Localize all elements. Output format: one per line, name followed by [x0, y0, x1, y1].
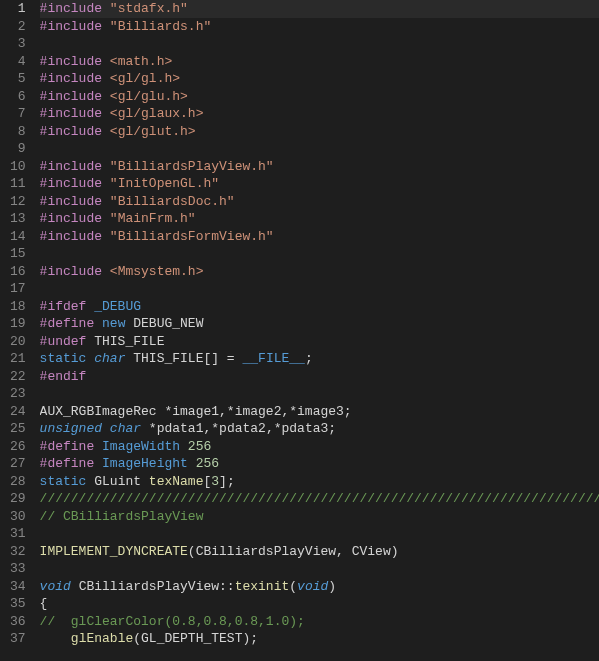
token-str: "MainFrm.h" [110, 211, 196, 226]
token-str: "BilliardsDoc.h" [110, 194, 235, 209]
code-line[interactable]: #define ImageHeight 256 [40, 455, 599, 473]
token-id: ( [289, 579, 297, 594]
line-number: 7 [10, 105, 26, 123]
line-number: 26 [10, 438, 26, 456]
code-line[interactable] [40, 385, 599, 403]
token-fn: glEnable [71, 631, 133, 646]
token-kw: static [40, 351, 87, 366]
line-number: 37 [10, 630, 26, 648]
token-id: (GL_DEPTH_TEST); [133, 631, 258, 646]
line-number: 30 [10, 508, 26, 526]
token-pp: #include [40, 264, 110, 279]
code-line[interactable]: ////////////////////////////////////////… [40, 490, 599, 508]
code-line[interactable]: #include "BilliardsPlayView.h" [40, 158, 599, 176]
token-num: 256 [188, 439, 211, 454]
token-id [102, 421, 110, 436]
line-number: 10 [10, 158, 26, 176]
code-line[interactable] [40, 560, 599, 578]
token-kw: new [102, 316, 125, 331]
token-pp: #include [40, 124, 110, 139]
code-line[interactable] [40, 525, 599, 543]
code-line[interactable] [40, 280, 599, 298]
code-line[interactable]: #undef THIS_FILE [40, 333, 599, 351]
line-number: 2 [10, 18, 26, 36]
token-cmt: // CBilliardsPlayView [40, 509, 204, 524]
code-line[interactable]: void CBilliardsPlayView::texinit(void) [40, 578, 599, 596]
token-id: { [40, 596, 48, 611]
line-number: 28 [10, 473, 26, 491]
code-line[interactable]: #include <gl/gl.h> [40, 70, 599, 88]
token-str: <gl/glaux.h> [110, 106, 204, 121]
code-line[interactable]: #endif [40, 368, 599, 386]
token-mac: __FILE__ [242, 351, 304, 366]
token-str: <gl/glut.h> [110, 124, 196, 139]
token-str: "stdafx.h" [110, 1, 188, 16]
code-area[interactable]: #include "stdafx.h"#include "Billiards.h… [40, 0, 599, 661]
line-number: 22 [10, 368, 26, 386]
code-line[interactable]: IMPLEMENT_DYNCREATE(CBilliardsPlayView, … [40, 543, 599, 561]
code-line[interactable]: // CBilliardsPlayView [40, 508, 599, 526]
code-line[interactable]: { [40, 595, 599, 613]
code-line[interactable]: #include "BilliardsFormView.h" [40, 228, 599, 246]
token-id: THIS_FILE [94, 334, 164, 349]
token-pp: #include [40, 194, 110, 209]
line-number: 21 [10, 350, 26, 368]
line-number: 29 [10, 490, 26, 508]
code-line[interactable]: AUX_RGBImageRec *image1,*image2,*image3; [40, 403, 599, 421]
code-line[interactable]: static GLuint texName[3]; [40, 473, 599, 491]
line-number: 23 [10, 385, 26, 403]
code-line[interactable]: #include <gl/glaux.h> [40, 105, 599, 123]
line-number: 4 [10, 53, 26, 71]
code-line[interactable]: unsigned char *pdata1,*pdata2,*pdata3; [40, 420, 599, 438]
token-id: THIS_FILE[] = [125, 351, 242, 366]
token-str: <math.h> [110, 54, 172, 69]
code-line[interactable] [40, 140, 599, 158]
line-number: 14 [10, 228, 26, 246]
line-number: 3 [10, 35, 26, 53]
code-line[interactable]: #include "BilliardsDoc.h" [40, 193, 599, 211]
token-fn: texinit [235, 579, 290, 594]
token-str: "Billiards.h" [110, 19, 211, 34]
code-line[interactable]: #define ImageWidth 256 [40, 438, 599, 456]
code-line[interactable] [40, 245, 599, 263]
token-id: ) [328, 579, 336, 594]
token-id: (CBilliardsPlayView, CView) [188, 544, 399, 559]
line-number: 15 [10, 245, 26, 263]
code-line[interactable]: #include "stdafx.h" [40, 0, 599, 18]
code-line[interactable] [40, 35, 599, 53]
token-pp: #define [40, 439, 102, 454]
code-line[interactable]: // glClearColor(0.8,0.8,0.8,1.0); [40, 613, 599, 631]
line-number: 1 [10, 0, 26, 18]
token-id: *pdata1,*pdata2,*pdata3; [141, 421, 336, 436]
line-number: 9 [10, 140, 26, 158]
code-line[interactable]: #include <gl/glu.h> [40, 88, 599, 106]
line-number: 17 [10, 280, 26, 298]
token-str: "BilliardsFormView.h" [110, 229, 274, 244]
token-pp: #include [40, 176, 110, 191]
token-pp: #include [40, 19, 110, 34]
code-line[interactable]: #include <math.h> [40, 53, 599, 71]
code-line[interactable]: glEnable(GL_DEPTH_TEST); [40, 630, 599, 648]
token-pp: #include [40, 229, 110, 244]
token-id: GLuint [86, 474, 148, 489]
token-pp: #include [40, 54, 110, 69]
token-pp: #endif [40, 369, 87, 384]
token-id: ]; [219, 474, 235, 489]
token-pp: #define [40, 316, 102, 331]
code-line[interactable]: #include "Billiards.h" [40, 18, 599, 36]
token-num: 3 [211, 474, 219, 489]
code-line[interactable]: static char THIS_FILE[] = __FILE__; [40, 350, 599, 368]
token-fn: texName [149, 474, 204, 489]
line-number: 36 [10, 613, 26, 631]
code-line[interactable]: #ifdef _DEBUG [40, 298, 599, 316]
token-pp: #define [40, 456, 102, 471]
code-line[interactable]: #include <gl/glut.h> [40, 123, 599, 141]
code-line[interactable]: #include "MainFrm.h" [40, 210, 599, 228]
token-str: <Mmsystem.h> [110, 264, 204, 279]
code-editor[interactable]: 1234567891011121314151617181920212223242… [0, 0, 599, 661]
code-line[interactable]: #include <Mmsystem.h> [40, 263, 599, 281]
token-id [188, 456, 196, 471]
code-line[interactable]: #include "InitOpenGL.h" [40, 175, 599, 193]
token-num: 256 [196, 456, 219, 471]
code-line[interactable]: #define new DEBUG_NEW [40, 315, 599, 333]
